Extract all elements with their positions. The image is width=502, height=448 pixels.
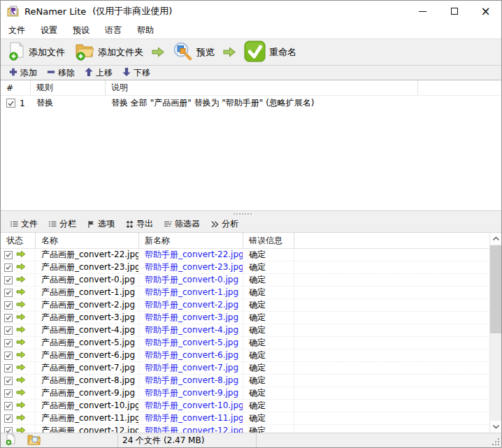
file-row[interactable]: 产品画册_convert-12.jpg 帮助手册_convert-12.jpg …: [1, 425, 489, 433]
file-status-text: 确定: [243, 274, 294, 286]
tab-options[interactable]: 选项: [82, 216, 120, 232]
rename-button[interactable]: 重命名: [239, 41, 301, 64]
file-row[interactable]: 产品画册_convert-4.jpg 帮助手册_convert-4.jpg 确定: [1, 324, 489, 337]
scroll-up-button[interactable]: [490, 233, 501, 245]
file-row[interactable]: 产品画册_convert-0.jpg 帮助手册_convert-0.jpg 确定: [1, 274, 489, 287]
file-checkbox[interactable]: [4, 389, 13, 398]
splitter-handle[interactable]: [1, 211, 501, 216]
file-checkbox[interactable]: [4, 414, 13, 423]
rule-row[interactable]: 1 替换 替换 全部 "产品画册" 替换为 "帮助手册" (忽略扩展名): [1, 96, 501, 110]
tab-filters-label: 筛选器: [175, 218, 200, 230]
tab-files[interactable]: 文件: [5, 216, 43, 232]
file-checkbox[interactable]: [4, 326, 13, 335]
menu-file[interactable]: 文件: [1, 22, 33, 38]
file-new-name: 帮助手册_convert-10.jpg: [139, 400, 243, 412]
close-icon: ×: [480, 4, 490, 18]
file-checkbox[interactable]: [4, 251, 13, 259]
file-row[interactable]: 产品画册_convert-8.jpg 帮助手册_convert-8.jpg 确定: [1, 375, 489, 387]
file-name: 产品画册_convert-10.jpg: [36, 400, 139, 412]
rules-header-number[interactable]: #: [1, 80, 31, 95]
close-button[interactable]: ×: [470, 1, 501, 22]
rules-header-description[interactable]: 说明: [106, 80, 418, 95]
file-checkbox[interactable]: [4, 402, 13, 410]
files-header-name[interactable]: 名称: [36, 233, 139, 248]
file-checkbox[interactable]: [4, 352, 13, 360]
menu-presets[interactable]: 预设: [65, 22, 97, 38]
menu-language[interactable]: 语言: [97, 22, 129, 38]
file-new-name: 帮助手册_convert-22.jpg: [139, 249, 243, 261]
arrow-down-icon: [122, 68, 131, 78]
export-arrows-icon: [126, 221, 134, 228]
file-checkbox[interactable]: [4, 339, 13, 347]
rule-checkbox[interactable]: [6, 99, 15, 108]
rules-header-filler: [418, 80, 501, 95]
tab-export-label: 导出: [136, 218, 153, 230]
file-row-filler: [294, 387, 489, 399]
window-title: ReNamer Lite: [24, 6, 86, 17]
window-title-suffix: (仅用于非商业使用): [92, 5, 172, 17]
status-summary-panel: 24 个文件 (2.47 MB): [118, 433, 257, 447]
flow-arrow-icon: [152, 47, 164, 57]
rule-name: 替换: [31, 97, 106, 109]
tab-analyze[interactable]: 分析: [206, 216, 244, 232]
tab-files-label: 文件: [21, 218, 38, 230]
file-new-name: 帮助手册_convert-7.jpg: [139, 362, 243, 374]
splitter-grip-icon: [234, 213, 235, 215]
files-table-body: 产品画册_convert-22.jpg 帮助手册_convert-22.jpg …: [1, 249, 489, 433]
files-header-status[interactable]: 状态: [1, 233, 36, 248]
vertical-scrollbar[interactable]: [489, 233, 501, 433]
rule-number: 1: [20, 99, 25, 108]
rule-add-button[interactable]: 添加: [4, 66, 42, 80]
resize-grip[interactable]: [498, 444, 499, 445]
rules-header-rule[interactable]: 规则: [31, 80, 106, 95]
file-row[interactable]: 产品画册_convert-10.jpg 帮助手册_convert-10.jpg …: [1, 400, 489, 412]
add-folders-button[interactable]: 添加文件夹: [70, 41, 148, 64]
rule-move-up-button[interactable]: 上移: [80, 66, 117, 80]
scrollbar-thumb[interactable]: [490, 245, 501, 333]
rule-remove-button[interactable]: 移除: [42, 66, 80, 80]
file-checkbox[interactable]: [4, 289, 13, 297]
file-row-filler: [294, 287, 489, 298]
file-row[interactable]: 产品画册_convert-2.jpg 帮助手册_convert-2.jpg 确定: [1, 299, 489, 312]
file-row[interactable]: 产品画册_convert-23.jpg 帮助手册_convert-23.jpg …: [1, 261, 489, 274]
file-checkbox[interactable]: [4, 263, 13, 272]
rules-table: # 规则 说明 1 替换 替换 全部 "产品画册" 替换为 "帮助手册" (忽略…: [1, 80, 501, 210]
file-new-name: 帮助手册_convert-9.jpg: [139, 387, 243, 399]
file-row[interactable]: 产品画册_convert-3.jpg 帮助手册_convert-3.jpg 确定: [1, 312, 489, 324]
tab-export[interactable]: 导出: [120, 216, 159, 232]
file-row[interactable]: 产品画册_convert-22.jpg 帮助手册_convert-22.jpg …: [1, 249, 489, 261]
tab-filters[interactable]: 筛选器: [159, 216, 206, 232]
tab-columns[interactable]: 分栏: [43, 216, 82, 232]
file-checkbox[interactable]: [4, 427, 13, 433]
file-checkbox[interactable]: [4, 314, 13, 322]
file-row-filler: [294, 249, 489, 261]
add-files-button[interactable]: 添加文件: [3, 41, 70, 64]
file-row[interactable]: 产品画册_convert-7.jpg 帮助手册_convert-7.jpg 确定: [1, 362, 489, 375]
file-checkbox[interactable]: [4, 364, 13, 373]
file-checkbox[interactable]: [4, 377, 13, 385]
rename-label: 重命名: [269, 46, 296, 59]
menu-help[interactable]: 帮助: [129, 22, 162, 38]
file-row[interactable]: 产品画册_convert-5.jpg 帮助手册_convert-5.jpg 确定: [1, 337, 489, 349]
file-row[interactable]: 产品画册_convert-1.jpg 帮助手册_convert-1.jpg 确定: [1, 287, 489, 299]
preview-button[interactable]: 预览: [168, 41, 220, 64]
status-arrow-icon: [16, 338, 26, 348]
files-header-new-name[interactable]: 新名称: [139, 233, 243, 248]
rule-move-down-button[interactable]: 下移: [117, 66, 155, 80]
file-checkbox[interactable]: [4, 276, 13, 284]
add-folder-icon: [75, 42, 94, 63]
maximize-button[interactable]: [438, 1, 470, 22]
file-row-filler: [294, 274, 489, 286]
app-icon: [7, 6, 19, 17]
file-row-filler: [294, 324, 489, 336]
menu-settings[interactable]: 设置: [33, 22, 65, 38]
file-row[interactable]: 产品画册_convert-6.jpg 帮助手册_convert-6.jpg 确定: [1, 349, 489, 362]
file-checkbox[interactable]: [4, 301, 13, 310]
scroll-down-button[interactable]: [490, 421, 501, 433]
file-row[interactable]: 产品画册_convert-9.jpg 帮助手册_convert-9.jpg 确定: [1, 387, 489, 400]
file-name: 产品画册_convert-4.jpg: [36, 324, 139, 336]
minimize-button[interactable]: [407, 1, 438, 22]
rule-description: 替换 全部 "产品画册" 替换为 "帮助手册" (忽略扩展名): [106, 97, 315, 109]
files-header-error[interactable]: 错误信息: [243, 233, 294, 248]
file-row[interactable]: 产品画册_convert-11.jpg 帮助手册_convert-11.jpg …: [1, 412, 489, 425]
